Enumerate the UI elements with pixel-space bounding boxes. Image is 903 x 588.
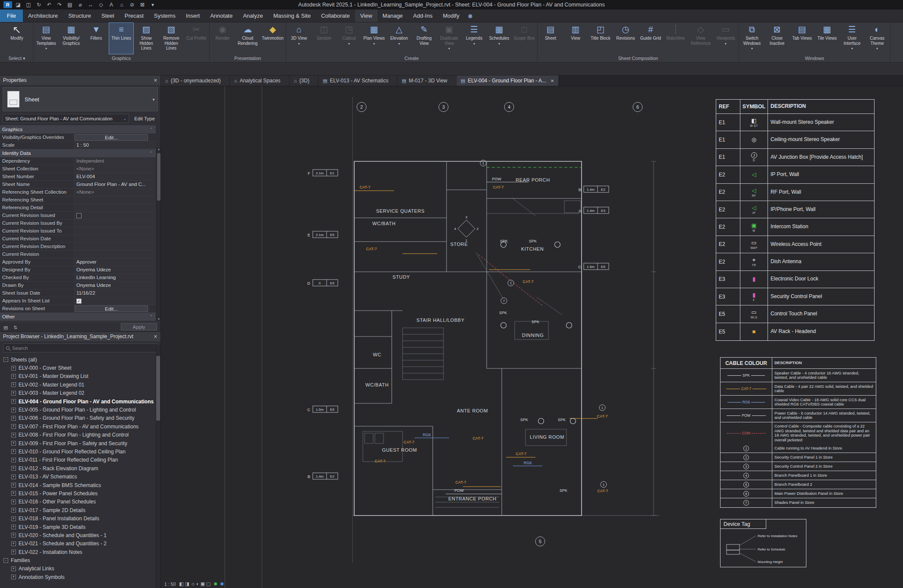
close-hidden-windows-icon[interactable]: ⊠ — [138, 1, 147, 8]
property-value[interactable] — [74, 220, 156, 227]
expand-icon[interactable]: + — [11, 441, 16, 446]
properties-scrollbar[interactable]: ▲ ▼ — [156, 147, 160, 321]
property-value[interactable]: Independent — [74, 157, 156, 165]
expand-icon[interactable]: + — [11, 424, 16, 429]
menu-tab-massing-site[interactable]: Massing & Site — [268, 9, 316, 22]
apply-button[interactable]: Apply — [121, 323, 157, 330]
redo-icon[interactable]: ↷ — [55, 1, 64, 8]
view-scale-button[interactable]: 1 : 50 — [164, 582, 176, 587]
edit-type-button[interactable]: Edit Type — [131, 114, 158, 123]
expand-icon[interactable]: + — [11, 433, 16, 437]
tree-item[interactable]: + ELV-011 - First Floor Reflected Ceilin… — [0, 456, 160, 464]
crop-visibility-icon[interactable]: ▢ — [206, 581, 211, 586]
tree-item[interactable]: + ELV-005 - Ground Floor Plan - Lighting… — [0, 406, 160, 414]
undo-icon[interactable]: ↶ — [45, 1, 53, 8]
expand-icon[interactable]: + — [11, 550, 16, 554]
tree-item[interactable]: + ELV-013 - AV Schematics — [0, 472, 160, 481]
expand-icon[interactable]: + — [11, 458, 16, 462]
tree-item[interactable]: - Families — [0, 556, 160, 564]
ribbon-group-label[interactable]: Select ▾ — [1, 54, 32, 62]
ribbon-group-label[interactable]: Create — [286, 54, 537, 62]
revit-app-button[interactable]: R — [3, 1, 12, 8]
twinmotion-button[interactable]: ◆ Twinmotion — [260, 22, 285, 54]
menu-tab-manage[interactable]: Manage — [378, 9, 408, 22]
menu-tab-modify[interactable]: Modify — [437, 9, 464, 22]
legends-button[interactable]: ☰ Legends — [462, 22, 487, 54]
tab-views-button[interactable]: ▤ Tab Views — [790, 22, 815, 54]
plan-views-button[interactable]: ▦ Plan Views — [362, 22, 387, 54]
tree-item[interactable]: + ELV-003 - Master Legend 02 — [0, 389, 160, 397]
expand-icon[interactable]: + — [11, 466, 16, 471]
chevron-down-icon[interactable]: ▾ — [150, 97, 157, 102]
close-icon[interactable]: ✕ — [154, 78, 157, 83]
tree-item[interactable]: + ELV-002 - Master Legend 01 — [0, 380, 160, 389]
expand-icon[interactable]: + — [11, 366, 16, 371]
expand-icon[interactable]: + — [11, 475, 16, 479]
section-icon[interactable]: ⊘ — [128, 1, 136, 8]
property-value[interactable]: 11/16/22 — [74, 289, 156, 297]
elevation-button[interactable]: △ Elevation — [387, 22, 412, 54]
scope-box-button[interactable]: □ Scope Box — [512, 22, 537, 54]
menu-tab-collaborate[interactable]: Collaborate — [316, 9, 355, 22]
property-value[interactable]: Edit... — [75, 305, 148, 312]
properties-list-icon[interactable]: ▤ — [3, 325, 8, 330]
text-icon[interactable]: A — [107, 1, 116, 8]
switch-windows-button[interactable]: ⧉ Switch Windows — [739, 22, 765, 54]
expand-icon[interactable]: + — [11, 408, 16, 412]
detail-level-icon[interactable]: ◧ — [179, 581, 183, 586]
property-value[interactable] — [74, 196, 156, 204]
show-hidden-lines-button[interactable]: ▨ Show Hidden Lines — [134, 22, 159, 54]
ribbon-group-label[interactable]: Presentation — [210, 54, 285, 62]
expand-icon[interactable]: + — [11, 382, 16, 387]
ribbon-group-label[interactable]: Graphics — [34, 54, 209, 62]
tree-item[interactable]: + ELV-014 - Sample BMS Schematics — [0, 481, 160, 489]
save-icon[interactable]: ◫ — [24, 1, 33, 8]
view-tab-3d-onyemaudezed[interactable]: ⌂ {3D - onyemaudezed} — [161, 75, 230, 86]
project-browser-scrollbar[interactable] — [156, 345, 160, 588]
property-value[interactable] — [74, 297, 156, 305]
open-icon[interactable]: ◪ — [14, 1, 22, 8]
property-value[interactable]: ELV-004 — [74, 173, 156, 180]
property-value[interactable] — [74, 227, 156, 235]
tree-item[interactable]: + ELV-006 - Ground Floor Plan - Safety a… — [0, 414, 160, 422]
default-3d-view-icon[interactable]: ⌂ — [117, 1, 126, 8]
menu-tab-insert[interactable]: Insert — [181, 9, 205, 22]
ribbon-group-label[interactable]: Windows — [739, 54, 890, 62]
menu-tab-file[interactable]: File — [0, 9, 23, 22]
expand-icon[interactable]: + — [11, 500, 16, 504]
shadows-icon[interactable]: ◐ — [196, 581, 199, 586]
tree-item[interactable]: + ELV-010 - Ground Floor Reflected Ceili… — [0, 447, 160, 456]
expand-icon[interactable]: + — [11, 374, 16, 379]
view-button[interactable]: ▥ View — [563, 22, 588, 54]
view-tab-m-017[interactable]: ▤ M-017 - 3D View — [397, 75, 456, 86]
expand-icon[interactable]: + — [11, 575, 16, 579]
tree-item[interactable]: + ELV-000 - Cover Sheet — [0, 364, 160, 372]
property-value[interactable] — [74, 212, 156, 219]
menu-tab-systems[interactable]: Systems — [149, 9, 181, 22]
modify-button[interactable]: ↖ Modify — [1, 22, 32, 54]
property-value[interactable]: Onyema Udeze — [74, 266, 156, 274]
viewports-button[interactable]: ▭ Viewports — [713, 22, 738, 54]
measure-icon[interactable]: ⌀ — [76, 1, 85, 8]
property-value[interactable]: <None> — [74, 165, 156, 173]
tag-icon[interactable]: ◇ — [97, 1, 105, 8]
tree-item[interactable]: + ELV-022 - Installation Notes — [0, 548, 160, 556]
expand-icon[interactable]: + — [11, 491, 16, 496]
expand-icon[interactable]: + — [11, 416, 16, 421]
tree-item[interactable]: + ELV-007 - First Floor Plan - AV and Co… — [0, 422, 160, 431]
tree-item[interactable]: + ELV-017 - Sample 2D Details — [0, 506, 160, 514]
menu-tab-structure[interactable]: Structure — [63, 9, 96, 22]
property-value[interactable]: Ground Floor Plan - AV and C... — [74, 181, 156, 188]
tree-item[interactable]: + Annotation Symbols — [0, 573, 160, 581]
instance-selector[interactable]: Sheet: Ground Floor Plan - AV and Commun… — [3, 114, 129, 123]
expand-icon[interactable]: + — [11, 525, 16, 529]
property-value[interactable] — [74, 243, 156, 250]
ribbon-group-label[interactable]: Sheet Composition — [538, 54, 738, 62]
tree-item[interactable]: + ELV-016 - Other Panel Schedules — [0, 498, 160, 506]
property-value[interactable]: <None> — [74, 189, 156, 196]
tree-item[interactable]: + ELV-001 - Master Drawing List — [0, 372, 160, 380]
menu-tab-add-ins[interactable]: Add-Ins — [408, 9, 438, 22]
sync-icon[interactable]: ↻ — [35, 1, 43, 8]
guide-grid-button[interactable]: # Guide Grid — [638, 22, 663, 54]
expand-icon[interactable]: + — [11, 533, 16, 538]
